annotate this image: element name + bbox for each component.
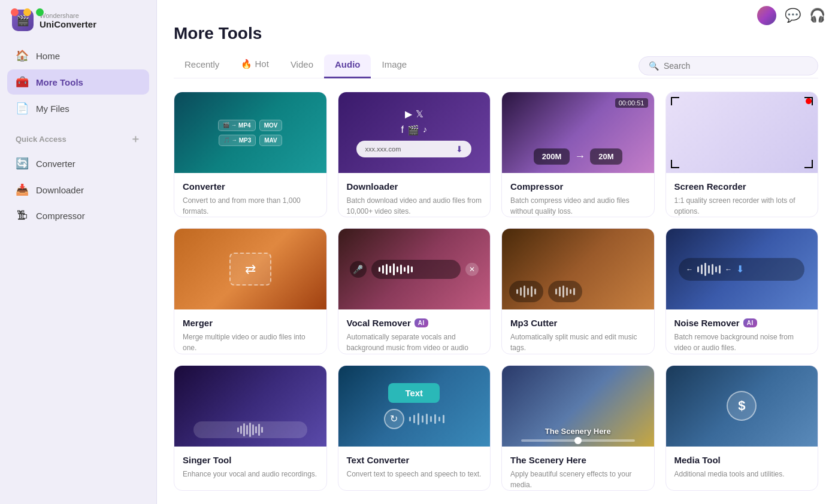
page-title: More Tools [174, 24, 818, 43]
url-bar: xxx.xxx.com ⬇ [356, 141, 471, 157]
dollar-icon: $ [727, 391, 757, 421]
sidebar-item-compressor[interactable]: 🗜 Compressor [7, 204, 149, 228]
text-wave [409, 413, 444, 425]
twitter-icon: 𝕏 [416, 108, 423, 120]
corner-tl [671, 97, 679, 105]
tab-audio[interactable]: Audio [324, 54, 371, 78]
mp3-wave-overlay [509, 281, 647, 302]
scenery-content: The Scenery Here [502, 422, 654, 447]
thumb-converter: 🎬→ MP4 MOV 🎵→ MP3 MAV [174, 92, 326, 173]
card-title-compressor: Compressor [510, 181, 646, 192]
tool-card-converter[interactable]: 🎬→ MP4 MOV 🎵→ MP3 MAV Converter Convert … [174, 92, 327, 217]
tool-card-scenery[interactable]: The Scenery Here The Scenery Here Apply … [501, 365, 655, 491]
tool-card-merger[interactable]: ⇄ Merger Merge multiple video or audio f… [174, 228, 327, 354]
sidebar-item-my-files[interactable]: 📄 My Files [7, 96, 149, 121]
main-header: More Tools Recently 🔥 Hot Video Audio Im… [157, 0, 835, 78]
singer-wave [193, 421, 307, 438]
tab-hot[interactable]: 🔥 Hot [230, 54, 280, 78]
card-desc-screen-recorder: 1:1 quality screen recorder with lots of… [674, 195, 810, 217]
close-button[interactable] [11, 8, 19, 16]
search-box[interactable]: 🔍 [639, 56, 818, 75]
video-icon: 🎬 [407, 125, 419, 136]
thumb-text-converter: Text ↻ [338, 366, 491, 447]
card-desc-noise-remover: Batch remove background noise from video… [674, 332, 810, 353]
card-body-mp3-cutter: Mp3 Cutter Automatically split music and… [502, 309, 654, 354]
youtube-icon: ▶ [405, 108, 412, 120]
tool-card-mp3-cutter[interactable]: Mp3 Cutter Automatically split music and… [501, 228, 655, 354]
ai-badge-vocal: AI [415, 318, 428, 327]
sidebar-item-converter[interactable]: 🔄 Converter [7, 151, 149, 176]
tab-image[interactable]: Image [371, 54, 418, 78]
card-body-screen-recorder: Screen Recorder 1:1 quality screen recor… [666, 173, 818, 217]
thumb-downloader: ▶ 𝕏 f 🎬 ♪ xxx.xxx.com ⬇ [338, 92, 491, 173]
card-desc-compressor: Batch compress video and audio files wit… [510, 195, 646, 217]
tool-card-currency[interactable]: $ Media Tool Additional media tools and … [665, 365, 819, 491]
more-tools-icon: 🧰 [16, 75, 29, 89]
sidebar-label-more-tools: More Tools [36, 77, 83, 87]
sidebar-label-compressor: Compressor [36, 211, 85, 221]
tool-card-singer[interactable]: Singer Tool Enhance your vocal and audio… [174, 365, 327, 491]
sidebar-item-downloader[interactable]: 📥 Downloader [7, 177, 149, 202]
card-body-text-converter: Text Converter Convert text to speech an… [338, 447, 491, 488]
card-body-currency: Media Tool Additional media tools and ut… [666, 447, 818, 488]
card-desc-merger: Merge multiple video or audio files into… [183, 332, 318, 353]
card-desc-singer: Enhance your vocal and audio recordings. [183, 469, 318, 479]
tab-recently[interactable]: Recently [174, 54, 230, 78]
thumb-noise-remover: ← ← ⬇ [666, 229, 818, 309]
card-desc-text-converter: Convert text to speech and speech to tex… [347, 469, 482, 479]
tool-card-screen-recorder[interactable]: Screen Recorder 1:1 quality screen recor… [665, 92, 819, 217]
tool-card-noise-remover[interactable]: ← ← ⬇ [665, 228, 819, 354]
headphone-icon[interactable]: 🎧 [809, 8, 825, 23]
scenery-slider [521, 439, 635, 442]
card-desc-vocal-remover: Automatically separate vocals and backgr… [347, 332, 482, 354]
search-input[interactable] [664, 61, 808, 71]
quick-access-section: Quick Access ＋ [7, 121, 149, 151]
card-desc-converter: Convert to and from more than 1,000 form… [183, 195, 318, 217]
card-title-currency: Media Tool [674, 455, 810, 465]
chat-icon[interactable]: 💬 [785, 8, 801, 23]
quick-access-add-button[interactable]: ＋ [130, 132, 141, 146]
maximize-button[interactable] [36, 8, 44, 16]
facebook-icon: f [401, 125, 404, 136]
sidebar-label-converter: Converter [36, 159, 75, 169]
thumb-mp3-cutter [502, 229, 654, 309]
minimize-button[interactable] [23, 8, 31, 16]
avatar[interactable] [757, 6, 776, 25]
tool-card-text-converter[interactable]: Text ↻ [338, 365, 491, 491]
sidebar-label-home: Home [36, 51, 60, 61]
text-conv-content: Text ↻ [384, 366, 444, 447]
corner-br [804, 160, 813, 168]
duration-overlay: 00:00:51 [615, 98, 648, 108]
card-desc-scenery: Apply beautiful scenery effects to your … [510, 469, 646, 490]
sidebar-item-home[interactable]: 🏠 Home [7, 43, 149, 68]
card-title-text-converter: Text Converter [347, 455, 482, 465]
compressor-icon: 🗜 [16, 210, 29, 222]
refresh-icon: ↻ [384, 409, 404, 429]
mic-btn-icon: 🎤 [350, 261, 367, 278]
window-controls [0, 0, 55, 25]
corner-bl [671, 160, 679, 168]
sidebar-label-my-files: My Files [36, 104, 69, 114]
main-content: More Tools Recently 🔥 Hot Video Audio Im… [157, 0, 835, 504]
ai-badge-noise: AI [743, 318, 757, 327]
tool-card-downloader[interactable]: ▶ 𝕏 f 🎬 ♪ xxx.xxx.com ⬇ Downloader [338, 92, 491, 217]
sidebar-label-downloader: Downloader [36, 185, 84, 195]
tab-bar: Recently 🔥 Hot Video Audio Image [174, 54, 418, 78]
search-icon: 🔍 [649, 61, 659, 71]
sidebar-nav: 🏠 Home 🧰 More Tools 📄 My Files [7, 43, 149, 121]
card-body-merger: Merger Merge multiple video or audio fil… [174, 309, 326, 354]
tool-card-compressor[interactable]: 00:00:51 200M → 20M Compressor Batch com… [501, 92, 655, 217]
card-body-compressor: Compressor Batch compress video and audi… [502, 173, 654, 217]
sidebar-item-more-tools[interactable]: 🧰 More Tools [7, 69, 149, 95]
quick-access-label: Quick Access [16, 135, 66, 144]
card-title-scenery: The Scenery Here [510, 455, 646, 465]
card-title-singer: Singer Tool [183, 455, 318, 465]
tool-card-vocal-remover[interactable]: 🎤 ✕ [338, 228, 491, 354]
card-desc-mp3-cutter: Automatically split music and edit music… [510, 332, 646, 353]
card-body-noise-remover: Noise Remover AI Batch remove background… [666, 309, 818, 354]
text-label: Text [388, 383, 440, 403]
my-files-icon: 📄 [16, 102, 29, 115]
card-body-scenery: The Scenery Here Apply beautiful scenery… [502, 447, 654, 491]
tab-video[interactable]: Video [280, 54, 324, 78]
thumb-merger: ⇄ [174, 229, 326, 309]
